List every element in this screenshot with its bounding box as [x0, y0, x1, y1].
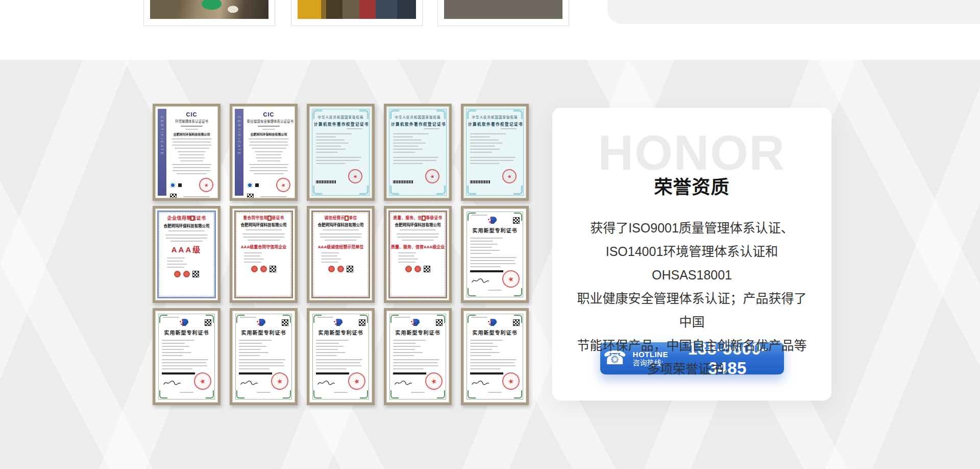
signature-mark	[240, 380, 258, 386]
certificate-award-text: AAA级重合同守信用企业	[237, 244, 290, 249]
flourish-corner-icon	[159, 390, 167, 398]
honor-description-line: 多项荣誉证书。	[573, 357, 811, 381]
qr-code-icon	[192, 271, 199, 277]
certificate-credit-rating[interactable]: 重合同守信用等级证书 合肥珂玛环保科技有限公司 AAA级重合同守信用企业	[230, 206, 298, 303]
certificate-utility-patent[interactable]: 实用新型专利证书 ★	[461, 308, 529, 405]
certificate-credit-rating[interactable]: 质量、服务、信誉等级证书 合肥珂玛环保科技有限公司 质量、服务、信誉AAA级企业	[384, 206, 452, 303]
certificate-side-text: CERTIFICATE	[237, 116, 241, 196]
excavation-site-photo[interactable]	[150, 0, 268, 19]
certificate-title: 实用新型专利证书	[237, 329, 290, 336]
red-seal-icon: ★	[424, 371, 444, 391]
certificate-utility-patent[interactable]: 实用新型专利证书 ★	[153, 308, 220, 405]
flourish-corner-icon	[468, 213, 476, 221]
flourish-corner-icon	[514, 288, 522, 296]
concrete-tank-photo[interactable]	[444, 0, 562, 19]
flourish-corner-icon	[514, 315, 522, 323]
signature-mark	[394, 380, 412, 386]
honor-description: 获得了ISO9001质量管理体系认证、ISO14001环境管理体系认证和OHSA…	[573, 216, 811, 381]
certificate-software-copyright[interactable]: 中华人民共和国国家版权局 计算机软件著作权登记证书 ★	[384, 104, 452, 201]
qr-code-icon	[270, 266, 276, 272]
barcode-icon	[393, 372, 426, 374]
barcode-icon	[393, 180, 413, 183]
certificate-title: 实用新型专利证书	[314, 329, 368, 336]
honor-description-line: 获得了ISO9001质量管理体系认证、	[573, 216, 811, 240]
cnipa-logo-icon	[487, 217, 497, 224]
flourish-corner-icon	[206, 390, 214, 398]
certificate-title: 实用新型专利证书	[160, 329, 213, 336]
certificate-company: 合肥珂玛环保科技有限公司	[391, 222, 445, 227]
certificate-title: 实用新型专利证书	[391, 329, 445, 336]
flourish-corner-icon	[390, 315, 399, 323]
cnipa-logo-icon	[410, 319, 420, 326]
red-badge-icon	[174, 271, 181, 277]
photo-card[interactable]	[437, 0, 569, 26]
photo-card[interactable]	[143, 0, 275, 26]
photo-card[interactable]	[291, 0, 423, 26]
flourish-corner-icon	[236, 315, 244, 323]
certificate-credit-rating[interactable]: 诚信经营示范单位 合肥珂玛环保科技有限公司 AAA级诚信经营示范单位	[307, 206, 375, 303]
flourish-corner-icon	[360, 315, 368, 323]
certificate-company: 合肥珂玛环保科技有限公司	[170, 132, 213, 136]
flourish-corner-icon	[437, 390, 445, 398]
certificate-company: 合肥珂玛环保科技有限公司	[247, 132, 290, 136]
certificate-cic[interactable]: CERTIFICATE CIC 职业健康安全管理体系认证证书 合肥珂玛环保科技有…	[230, 104, 298, 201]
top-right-panel	[607, 0, 980, 24]
certificate-credit-rating[interactable]: 企业信用等级证书 合肥珂玛环保科技有限公司 AAA级	[153, 206, 220, 303]
flourish-corner-icon	[513, 185, 523, 195]
flourish-corner-icon	[360, 390, 368, 398]
accreditation-icon	[247, 182, 253, 188]
flourish-corner-icon	[206, 315, 214, 323]
flourish-corner-icon	[467, 185, 476, 195]
flourish-corner-icon	[159, 315, 167, 323]
flourish-corner-icon	[390, 185, 399, 195]
certificate-utility-patent[interactable]: 实用新型专利证书 ★	[230, 308, 298, 405]
qr-code-icon	[347, 266, 353, 272]
accreditation-icon	[255, 183, 259, 187]
cnipa-logo-icon	[179, 319, 188, 326]
cnipa-logo-icon	[256, 319, 265, 326]
red-seal-icon: ★	[501, 269, 521, 289]
certificate-company: 合肥珂玛环保科技有限公司	[237, 222, 290, 227]
red-seal-icon: ★	[270, 371, 290, 391]
certificate-utility-patent[interactable]: 实用新型专利证书 ★	[461, 206, 529, 303]
flourish-corner-icon	[313, 390, 322, 398]
barcode-icon	[316, 372, 349, 374]
section-title: 荣誉资质	[552, 108, 831, 199]
signature-mark	[471, 380, 489, 386]
certificate-grid: CERTIFICATE CIC 环境管理体系认证证书 合肥珂玛环保科技有限公司 …	[153, 104, 529, 405]
red-badge-icon	[328, 266, 335, 272]
barcode-icon	[470, 270, 503, 272]
certificate-title: 重合同守信用等级证书	[237, 215, 290, 220]
flourish-corner-icon	[236, 390, 244, 398]
red-badge-icon	[260, 266, 267, 272]
flourish-corner-icon	[514, 390, 522, 398]
certificate-side-band: CERTIFICATE	[158, 109, 166, 196]
certificate-company: 合肥珂玛环保科技有限公司	[314, 222, 368, 227]
honor-page: CERTIFICATE CIC 环境管理体系认证证书 合肥珂玛环保科技有限公司 …	[0, 0, 980, 469]
cic-logo: CIC	[170, 111, 213, 118]
red-seal-icon: ★	[347, 371, 367, 391]
certificate-title: 质量、服务、信誉等级证书	[391, 215, 445, 220]
qr-code-icon	[424, 266, 430, 272]
signature-mark	[317, 380, 335, 386]
certificate-software-copyright[interactable]: 中华人民共和国国家版权局 计算机软件著作权登记证书 ★	[307, 104, 375, 201]
accreditation-icon	[170, 182, 176, 188]
certificate-utility-patent[interactable]: 实用新型专利证书 ★	[384, 308, 452, 405]
certificate-utility-patent[interactable]: 实用新型专利证书 ★	[307, 308, 375, 405]
construction-equipment-photo[interactable]	[298, 0, 416, 19]
red-badge-icon	[183, 271, 190, 277]
flourish-corner-icon	[468, 288, 476, 296]
flourish-corner-icon	[390, 390, 399, 398]
flourish-corner-icon	[513, 110, 523, 119]
red-seal-icon: ★	[198, 176, 214, 193]
certificate-title: 环境管理体系认证证书	[170, 119, 213, 124]
certificate-software-copyright[interactable]: 中华人民共和国国家版权局 计算机软件著作权登记证书 ★	[461, 104, 529, 201]
flourish-corner-icon	[436, 110, 446, 119]
certificate-award-text: AAA级	[160, 244, 213, 254]
flourish-corner-icon	[313, 110, 322, 119]
flourish-corner-icon	[283, 315, 291, 323]
red-seal-icon: ★	[501, 168, 518, 184]
cnipa-logo-icon	[333, 319, 342, 326]
red-seal-icon: ★	[347, 168, 363, 184]
certificate-cic[interactable]: CERTIFICATE CIC 环境管理体系认证证书 合肥珂玛环保科技有限公司 …	[153, 104, 220, 201]
